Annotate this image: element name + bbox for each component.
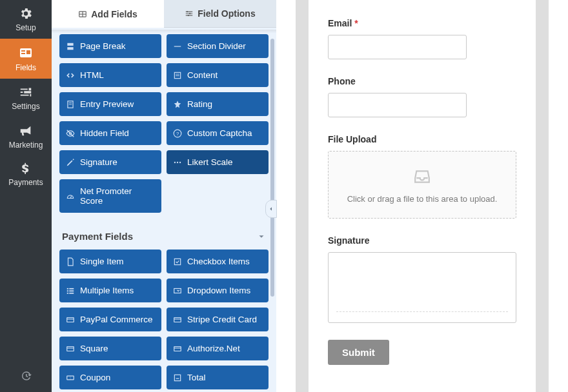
upload-dropzone[interactable]: Click or drag a file to this area to upl… [328, 151, 516, 219]
nav-setup-label: Setup [15, 23, 36, 32]
svg-rect-12 [174, 46, 181, 46]
form-preview: Email * Phone File Upload Click or drag … [309, 0, 536, 392]
field-label: Signature [80, 157, 117, 167]
svg-rect-41 [174, 348, 181, 348]
field-hidden[interactable]: Hidden Field [59, 121, 161, 145]
nav-history[interactable] [0, 362, 52, 392]
layout-icon [18, 45, 34, 61]
upload-label: File Upload [328, 134, 516, 144]
email-input[interactable] [328, 35, 467, 59]
svg-rect-29 [67, 290, 68, 291]
field-upload[interactable]: File Upload Click or drag a file to this… [328, 134, 516, 219]
panel-collapse[interactable] [265, 200, 277, 218]
nav-settings[interactable]: Settings [0, 79, 52, 117]
field-total[interactable]: Total [167, 366, 269, 389]
dots-icon [173, 158, 182, 167]
field-html[interactable]: HTML [59, 63, 161, 87]
field-label: HTML [80, 70, 104, 80]
svg-rect-1 [21, 50, 25, 52]
gauge-icon [66, 191, 75, 201]
field-stripe[interactable]: Stripe Credit Card [167, 308, 269, 331]
svg-rect-38 [67, 346, 74, 351]
field-multiple-items[interactable]: Multiple Items [59, 279, 161, 302]
star-icon [173, 100, 182, 109]
pen-icon [66, 158, 75, 167]
field-label: Coupon [80, 373, 110, 382]
field-label: Hidden Field [80, 128, 129, 138]
content-icon [173, 71, 182, 80]
svg-rect-2 [21, 53, 25, 54]
nav-payments-label: Payments [8, 178, 43, 187]
field-signature[interactable]: Signature [59, 150, 161, 174]
section-payment-fields[interactable]: Payment Fields [59, 226, 269, 250]
field-section-divider[interactable]: Section Divider [167, 34, 269, 58]
field-page-break[interactable]: Page Break [59, 34, 161, 58]
tab-field-options[interactable]: Field Options [164, 0, 276, 28]
field-label: Section Divider [187, 41, 246, 51]
required-mark: * [354, 18, 358, 28]
nav-settings-label: Settings [12, 102, 39, 111]
svg-rect-11 [67, 47, 73, 50]
svg-rect-27 [67, 288, 68, 289]
signature-label: Signature [328, 235, 516, 246]
field-entry-preview[interactable]: Entry Preview [59, 92, 161, 116]
svg-rect-40 [174, 346, 181, 351]
field-rating[interactable]: Rating [167, 92, 269, 116]
field-label: Rating [187, 99, 212, 109]
submit-button[interactable]: Submit [328, 340, 389, 365]
field-likert[interactable]: Likert Scale [167, 150, 269, 174]
svg-point-22 [174, 161, 176, 162]
scrollbar-thumb[interactable] [270, 39, 274, 297]
field-label: Checkbox Items [187, 257, 250, 266]
field-label: Likert Scale [187, 157, 233, 167]
phone-input[interactable] [328, 93, 467, 117]
panel-scroll[interactable]: Page Break Section Divider HTML Content … [52, 28, 276, 392]
svg-rect-10 [67, 43, 73, 45]
nav-setup[interactable]: Setup [0, 0, 52, 39]
svg-rect-39 [67, 348, 74, 348]
svg-point-23 [177, 161, 178, 162]
field-checkbox-items[interactable]: Checkbox Items [167, 250, 269, 273]
submit-label: Submit [342, 347, 375, 358]
field-coupon[interactable]: Coupon [59, 366, 161, 389]
payment-fields-grid: Single Item Checkbox Items Multiple Item… [59, 250, 269, 389]
nav-marketing-label: Marketing [9, 141, 43, 150]
field-authorize[interactable]: Authorize.Net [167, 337, 269, 360]
svg-rect-18 [69, 104, 72, 104]
signature-pad[interactable] [328, 252, 516, 323]
svg-rect-31 [67, 292, 68, 293]
file-icon [66, 257, 75, 266]
code-icon [66, 71, 75, 80]
svg-rect-17 [69, 103, 72, 103]
field-paypal[interactable]: PayPal Commerce [59, 308, 161, 331]
field-signature-preview[interactable]: Signature [328, 235, 516, 323]
side-nav: Setup Fields Settings Marketing Payments [0, 0, 52, 392]
options-icon [185, 9, 194, 18]
tab-add-fields[interactable]: Add Fields [52, 0, 164, 28]
field-label: Single Item [80, 257, 124, 266]
field-phone[interactable]: Phone [328, 76, 516, 117]
nav-marketing[interactable]: Marketing [0, 117, 52, 156]
history-icon [20, 370, 32, 382]
nav-payments[interactable]: Payments [0, 156, 52, 193]
field-dropdown-items[interactable]: Dropdown Items [167, 279, 269, 302]
svg-rect-15 [176, 75, 179, 76]
field-nps[interactable]: Net Promoter Score [59, 179, 161, 213]
inbox-icon [412, 168, 432, 185]
chevron-down-icon [257, 232, 266, 241]
sliders-icon [19, 85, 33, 99]
gear-icon [19, 6, 33, 21]
field-captcha[interactable]: ? Custom Captcha [167, 121, 269, 145]
card-icon [66, 315, 75, 324]
email-label: Email * [328, 18, 516, 28]
fields-panel: Add Fields Field Options Page Break Sect… [52, 0, 276, 392]
field-label: Content [187, 70, 218, 80]
svg-rect-26 [174, 259, 180, 264]
field-single-item[interactable]: Single Item [59, 250, 161, 273]
nav-fields[interactable]: Fields [0, 39, 52, 79]
field-email[interactable]: Email * [328, 18, 516, 59]
field-label: Entry Preview [80, 99, 134, 109]
field-content[interactable]: Content [167, 63, 269, 87]
field-square[interactable]: Square [59, 337, 161, 360]
svg-rect-3 [26, 50, 30, 54]
